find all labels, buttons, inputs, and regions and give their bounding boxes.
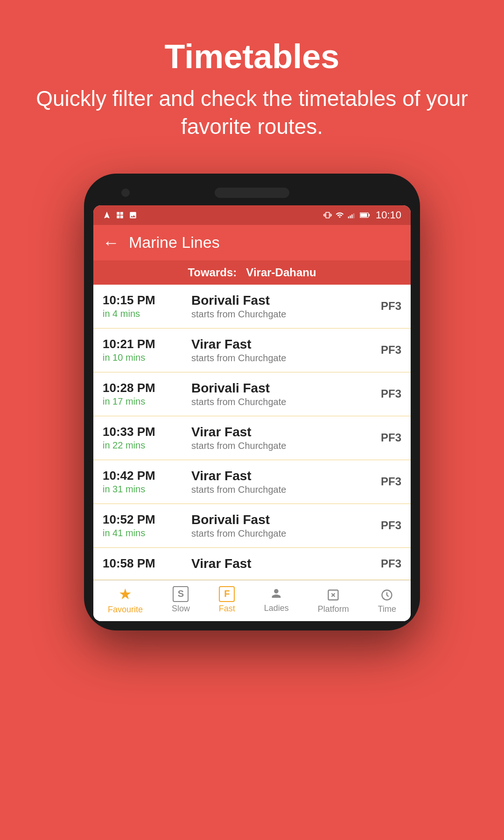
time-main: 10:21 PM xyxy=(103,337,187,351)
page-header: Timetables Quickly filter and check the … xyxy=(0,0,504,164)
bottom-nav: ★ Favourite S Slow F Fast xyxy=(93,580,411,621)
train-origin: starts from Churchgate xyxy=(191,484,364,495)
train-origin: starts from Churchgate xyxy=(191,441,364,451)
timetable-row[interactable]: 10:33 PM in 22 mins Virar Fast starts fr… xyxy=(93,416,411,460)
time-col: 10:52 PM in 41 mins xyxy=(103,512,187,539)
towards-bar: Towards: Virar-Dahanu xyxy=(93,260,411,285)
train-origin: starts from Churchgate xyxy=(191,528,364,539)
nav-label-slow: Slow xyxy=(172,604,190,614)
time-col: 10:33 PM in 22 mins xyxy=(103,425,187,451)
towards-destination: Virar-Dahanu xyxy=(246,266,316,279)
app-bar: ← Marine Lines xyxy=(93,225,411,260)
back-button[interactable]: ← xyxy=(103,233,119,252)
platform-col: PF3 xyxy=(369,475,401,488)
timetable-row[interactable]: 10:58 PM Virar Fast PF3 xyxy=(93,548,411,580)
train-name: Virar Fast xyxy=(191,425,364,440)
nav-item-ladies[interactable]: Ladies xyxy=(264,587,289,613)
vibrate-icon xyxy=(323,211,332,219)
status-left-icons xyxy=(103,211,137,219)
wifi-icon xyxy=(336,211,344,219)
timetable-row[interactable]: 10:28 PM in 17 mins Borivali Fast starts… xyxy=(93,372,411,416)
phone-top xyxy=(93,183,411,205)
time-col: 10:42 PM in 31 mins xyxy=(103,469,187,495)
train-name: Borivali Fast xyxy=(191,512,364,527)
svg-rect-0 xyxy=(348,217,349,218)
train-col: Virar Fast xyxy=(187,556,369,571)
status-time: 10:10 xyxy=(376,209,401,221)
time-col: 10:28 PM in 17 mins xyxy=(103,381,187,407)
app-bar-title: Marine Lines xyxy=(129,233,220,252)
platform-col: PF3 xyxy=(369,519,401,532)
platform-col: PF3 xyxy=(369,300,401,313)
phone-camera xyxy=(121,189,130,197)
time-col: 10:15 PM in 4 mins xyxy=(103,293,187,319)
time-relative: in 10 mins xyxy=(103,352,187,363)
train-col: Borivali Fast starts from Churchgate xyxy=(187,512,369,539)
nav-label-ladies: Ladies xyxy=(264,603,289,613)
phone-mockup: 10:10 ← Marine Lines Towards: Virar-Daha… xyxy=(0,174,504,630)
star-icon: ★ xyxy=(119,585,132,603)
svg-rect-2 xyxy=(351,214,352,218)
platform-col: PF3 xyxy=(369,557,401,570)
signal-icon xyxy=(348,211,356,219)
nav-label-fast: Fast xyxy=(219,604,235,614)
train-name: Virar Fast xyxy=(191,337,364,352)
page-title: Timetables xyxy=(28,37,476,76)
timetable-list: 10:15 PM in 4 mins Borivali Fast starts … xyxy=(93,285,411,580)
timetable-row[interactable]: 10:42 PM in 31 mins Virar Fast starts fr… xyxy=(93,460,411,504)
towards-label: Towards: xyxy=(188,266,237,279)
svg-rect-5 xyxy=(369,214,370,216)
time-main: 10:15 PM xyxy=(103,293,187,308)
nav-label-time: Time xyxy=(378,604,396,614)
train-origin: starts from Churchgate xyxy=(191,309,364,320)
timetable-row[interactable]: 10:52 PM in 41 mins Borivali Fast starts… xyxy=(93,504,411,548)
slow-icon: S xyxy=(173,586,189,602)
time-relative: in 17 mins xyxy=(103,396,187,407)
status-bar: 10:10 xyxy=(93,205,411,225)
time-main: 10:33 PM xyxy=(103,425,187,439)
platform-col: PF3 xyxy=(369,343,401,357)
nav-label-favourite: Favourite xyxy=(108,605,143,615)
train-name: Virar Fast xyxy=(191,556,364,571)
time-col: 10:21 PM in 10 mins xyxy=(103,337,187,363)
svg-rect-6 xyxy=(360,213,367,217)
time-main: 10:52 PM xyxy=(103,512,187,527)
timetable-row[interactable]: 10:15 PM in 4 mins Borivali Fast starts … xyxy=(93,285,411,329)
grid-icon xyxy=(116,211,124,219)
page-subtitle: Quickly filter and check the timetables … xyxy=(28,85,476,141)
train-name: Virar Fast xyxy=(191,469,364,483)
time-main: 10:42 PM xyxy=(103,469,187,483)
train-name: Borivali Fast xyxy=(191,293,364,308)
fast-icon: F xyxy=(219,586,235,602)
nav-item-time[interactable]: Time xyxy=(378,585,396,614)
time-relative: in 4 mins xyxy=(103,308,187,319)
time-relative: in 31 mins xyxy=(103,484,187,495)
train-col: Virar Fast starts from Churchgate xyxy=(187,469,369,495)
nav-item-slow[interactable]: S Slow xyxy=(172,586,190,614)
image-icon xyxy=(129,211,137,219)
nav-label-platform: Platform xyxy=(318,604,349,614)
platform-icon xyxy=(327,585,340,602)
nav-item-platform[interactable]: Platform xyxy=(318,585,349,614)
battery-icon xyxy=(360,212,370,218)
phone-screen: 10:10 ← Marine Lines Towards: Virar-Daha… xyxy=(93,205,411,621)
train-name: Borivali Fast xyxy=(191,381,364,396)
train-col: Borivali Fast starts from Churchgate xyxy=(187,381,369,407)
timetable-row[interactable]: 10:21 PM in 10 mins Virar Fast starts fr… xyxy=(93,329,411,372)
status-right: 10:10 xyxy=(323,209,401,221)
svg-rect-3 xyxy=(353,213,354,218)
nav-item-favourite[interactable]: ★ Favourite xyxy=(108,585,143,615)
platform-col: PF3 xyxy=(369,431,401,444)
train-col: Virar Fast starts from Churchgate xyxy=(187,337,369,364)
time-relative: in 22 mins xyxy=(103,440,187,451)
time-col: 10:58 PM xyxy=(103,556,187,571)
train-col: Virar Fast starts from Churchgate xyxy=(187,425,369,451)
time-main: 10:28 PM xyxy=(103,381,187,395)
nav-icon xyxy=(103,211,111,219)
time-relative: in 41 mins xyxy=(103,528,187,539)
train-origin: starts from Churchgate xyxy=(191,397,364,407)
nav-item-fast[interactable]: F Fast xyxy=(219,586,235,614)
ladies-icon xyxy=(270,587,283,602)
platform-col: PF3 xyxy=(369,387,401,400)
train-col: Borivali Fast starts from Churchgate xyxy=(187,293,369,320)
